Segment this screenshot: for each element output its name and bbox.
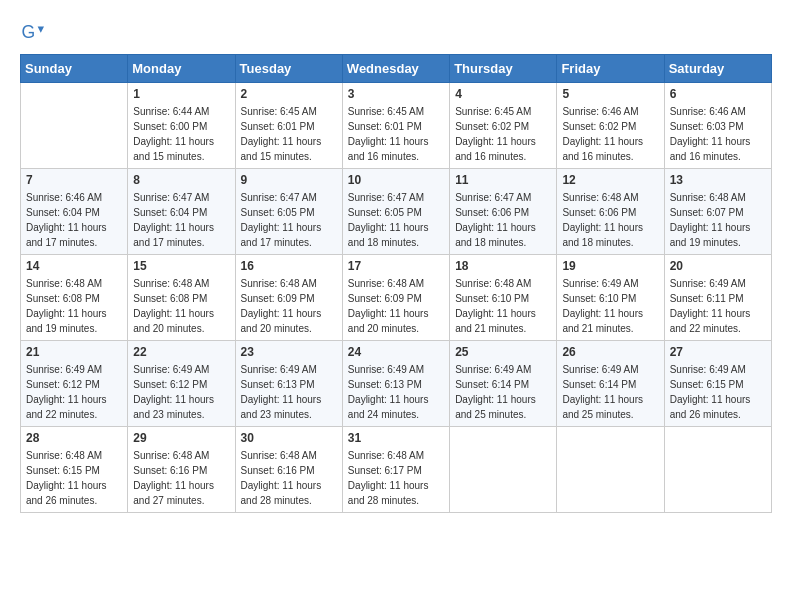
day-number: 31: [348, 431, 444, 445]
calendar-cell: 16Sunrise: 6:48 AM Sunset: 6:09 PM Dayli…: [235, 255, 342, 341]
calendar-cell: 19Sunrise: 6:49 AM Sunset: 6:10 PM Dayli…: [557, 255, 664, 341]
day-number: 12: [562, 173, 658, 187]
calendar-cell: 11Sunrise: 6:47 AM Sunset: 6:06 PM Dayli…: [450, 169, 557, 255]
calendar-cell: [557, 427, 664, 513]
day-number: 9: [241, 173, 337, 187]
calendar-cell: 6Sunrise: 6:46 AM Sunset: 6:03 PM Daylig…: [664, 83, 771, 169]
calendar-header-saturday: Saturday: [664, 55, 771, 83]
day-info: Sunrise: 6:48 AM Sunset: 6:09 PM Dayligh…: [241, 276, 337, 336]
calendar-header-wednesday: Wednesday: [342, 55, 449, 83]
calendar-cell: 13Sunrise: 6:48 AM Sunset: 6:07 PM Dayli…: [664, 169, 771, 255]
calendar-cell: 24Sunrise: 6:49 AM Sunset: 6:13 PM Dayli…: [342, 341, 449, 427]
day-number: 13: [670, 173, 766, 187]
svg-text:G: G: [22, 22, 36, 42]
day-number: 18: [455, 259, 551, 273]
svg-marker-1: [38, 26, 44, 32]
calendar-cell: 28Sunrise: 6:48 AM Sunset: 6:15 PM Dayli…: [21, 427, 128, 513]
day-number: 14: [26, 259, 122, 273]
calendar-cell: [21, 83, 128, 169]
day-number: 22: [133, 345, 229, 359]
calendar-body: 1Sunrise: 6:44 AM Sunset: 6:00 PM Daylig…: [21, 83, 772, 513]
day-info: Sunrise: 6:49 AM Sunset: 6:11 PM Dayligh…: [670, 276, 766, 336]
day-number: 6: [670, 87, 766, 101]
day-info: Sunrise: 6:49 AM Sunset: 6:13 PM Dayligh…: [241, 362, 337, 422]
calendar-cell: 7Sunrise: 6:46 AM Sunset: 6:04 PM Daylig…: [21, 169, 128, 255]
calendar-week-row: 1Sunrise: 6:44 AM Sunset: 6:00 PM Daylig…: [21, 83, 772, 169]
day-info: Sunrise: 6:47 AM Sunset: 6:05 PM Dayligh…: [348, 190, 444, 250]
calendar-header-monday: Monday: [128, 55, 235, 83]
day-info: Sunrise: 6:49 AM Sunset: 6:15 PM Dayligh…: [670, 362, 766, 422]
header: G: [20, 20, 772, 44]
day-number: 4: [455, 87, 551, 101]
day-number: 20: [670, 259, 766, 273]
calendar-cell: 8Sunrise: 6:47 AM Sunset: 6:04 PM Daylig…: [128, 169, 235, 255]
calendar-cell: 26Sunrise: 6:49 AM Sunset: 6:14 PM Dayli…: [557, 341, 664, 427]
calendar-cell: 17Sunrise: 6:48 AM Sunset: 6:09 PM Dayli…: [342, 255, 449, 341]
day-info: Sunrise: 6:48 AM Sunset: 6:10 PM Dayligh…: [455, 276, 551, 336]
day-info: Sunrise: 6:49 AM Sunset: 6:14 PM Dayligh…: [562, 362, 658, 422]
day-number: 26: [562, 345, 658, 359]
calendar-cell: 18Sunrise: 6:48 AM Sunset: 6:10 PM Dayli…: [450, 255, 557, 341]
calendar-cell: 15Sunrise: 6:48 AM Sunset: 6:08 PM Dayli…: [128, 255, 235, 341]
day-number: 17: [348, 259, 444, 273]
calendar-cell: 23Sunrise: 6:49 AM Sunset: 6:13 PM Dayli…: [235, 341, 342, 427]
day-info: Sunrise: 6:49 AM Sunset: 6:10 PM Dayligh…: [562, 276, 658, 336]
day-info: Sunrise: 6:46 AM Sunset: 6:02 PM Dayligh…: [562, 104, 658, 164]
day-info: Sunrise: 6:46 AM Sunset: 6:04 PM Dayligh…: [26, 190, 122, 250]
day-number: 8: [133, 173, 229, 187]
calendar-header-tuesday: Tuesday: [235, 55, 342, 83]
day-number: 27: [670, 345, 766, 359]
day-number: 21: [26, 345, 122, 359]
calendar-cell: 27Sunrise: 6:49 AM Sunset: 6:15 PM Dayli…: [664, 341, 771, 427]
day-info: Sunrise: 6:47 AM Sunset: 6:06 PM Dayligh…: [455, 190, 551, 250]
day-info: Sunrise: 6:49 AM Sunset: 6:12 PM Dayligh…: [133, 362, 229, 422]
calendar-cell: 5Sunrise: 6:46 AM Sunset: 6:02 PM Daylig…: [557, 83, 664, 169]
calendar-cell: 2Sunrise: 6:45 AM Sunset: 6:01 PM Daylig…: [235, 83, 342, 169]
calendar-cell: 9Sunrise: 6:47 AM Sunset: 6:05 PM Daylig…: [235, 169, 342, 255]
day-info: Sunrise: 6:48 AM Sunset: 6:09 PM Dayligh…: [348, 276, 444, 336]
calendar-cell: 31Sunrise: 6:48 AM Sunset: 6:17 PM Dayli…: [342, 427, 449, 513]
calendar-cell: 3Sunrise: 6:45 AM Sunset: 6:01 PM Daylig…: [342, 83, 449, 169]
calendar-table: SundayMondayTuesdayWednesdayThursdayFrid…: [20, 54, 772, 513]
day-number: 7: [26, 173, 122, 187]
day-number: 23: [241, 345, 337, 359]
day-number: 19: [562, 259, 658, 273]
calendar-week-row: 7Sunrise: 6:46 AM Sunset: 6:04 PM Daylig…: [21, 169, 772, 255]
calendar-cell: [450, 427, 557, 513]
day-number: 29: [133, 431, 229, 445]
day-number: 3: [348, 87, 444, 101]
day-info: Sunrise: 6:47 AM Sunset: 6:04 PM Dayligh…: [133, 190, 229, 250]
calendar-week-row: 14Sunrise: 6:48 AM Sunset: 6:08 PM Dayli…: [21, 255, 772, 341]
calendar-week-row: 21Sunrise: 6:49 AM Sunset: 6:12 PM Dayli…: [21, 341, 772, 427]
day-number: 11: [455, 173, 551, 187]
day-number: 16: [241, 259, 337, 273]
day-number: 25: [455, 345, 551, 359]
day-number: 5: [562, 87, 658, 101]
calendar-header-friday: Friday: [557, 55, 664, 83]
calendar-cell: 10Sunrise: 6:47 AM Sunset: 6:05 PM Dayli…: [342, 169, 449, 255]
day-info: Sunrise: 6:48 AM Sunset: 6:07 PM Dayligh…: [670, 190, 766, 250]
day-info: Sunrise: 6:48 AM Sunset: 6:08 PM Dayligh…: [133, 276, 229, 336]
day-info: Sunrise: 6:49 AM Sunset: 6:12 PM Dayligh…: [26, 362, 122, 422]
calendar-header-thursday: Thursday: [450, 55, 557, 83]
calendar-cell: 22Sunrise: 6:49 AM Sunset: 6:12 PM Dayli…: [128, 341, 235, 427]
calendar-cell: 4Sunrise: 6:45 AM Sunset: 6:02 PM Daylig…: [450, 83, 557, 169]
logo: G: [20, 20, 48, 44]
calendar-cell: 29Sunrise: 6:48 AM Sunset: 6:16 PM Dayli…: [128, 427, 235, 513]
calendar-header-row: SundayMondayTuesdayWednesdayThursdayFrid…: [21, 55, 772, 83]
day-info: Sunrise: 6:45 AM Sunset: 6:02 PM Dayligh…: [455, 104, 551, 164]
day-number: 10: [348, 173, 444, 187]
day-number: 2: [241, 87, 337, 101]
day-info: Sunrise: 6:49 AM Sunset: 6:13 PM Dayligh…: [348, 362, 444, 422]
calendar-cell: 25Sunrise: 6:49 AM Sunset: 6:14 PM Dayli…: [450, 341, 557, 427]
logo-icon: G: [20, 20, 44, 44]
day-number: 24: [348, 345, 444, 359]
calendar-cell: 12Sunrise: 6:48 AM Sunset: 6:06 PM Dayli…: [557, 169, 664, 255]
calendar-cell: 20Sunrise: 6:49 AM Sunset: 6:11 PM Dayli…: [664, 255, 771, 341]
day-info: Sunrise: 6:48 AM Sunset: 6:16 PM Dayligh…: [133, 448, 229, 508]
calendar-header-sunday: Sunday: [21, 55, 128, 83]
calendar-week-row: 28Sunrise: 6:48 AM Sunset: 6:15 PM Dayli…: [21, 427, 772, 513]
day-number: 1: [133, 87, 229, 101]
day-info: Sunrise: 6:48 AM Sunset: 6:16 PM Dayligh…: [241, 448, 337, 508]
day-info: Sunrise: 6:45 AM Sunset: 6:01 PM Dayligh…: [241, 104, 337, 164]
